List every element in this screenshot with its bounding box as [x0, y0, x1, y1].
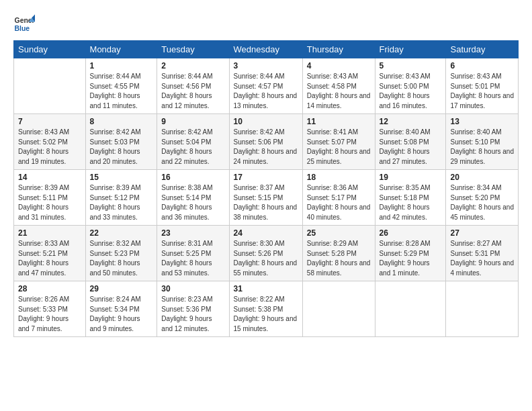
day-number: 13	[450, 117, 514, 126]
weekday-header-monday: Monday	[85, 41, 157, 58]
day-info: Sunrise: 8:43 AM Sunset: 5:00 PM Dayligh…	[380, 72, 442, 111]
day-cell: 18Sunrise: 8:36 AM Sunset: 5:17 PM Dayli…	[302, 170, 375, 226]
day-info: Sunrise: 8:23 AM Sunset: 5:36 PM Dayligh…	[161, 295, 224, 334]
day-cell	[302, 281, 375, 337]
day-number: 20	[450, 173, 514, 182]
day-cell	[446, 281, 519, 337]
day-info: Sunrise: 8:24 AM Sunset: 5:34 PM Dayligh…	[90, 295, 153, 334]
logo: General Blue	[13, 13, 35, 35]
day-cell: 27Sunrise: 8:27 AM Sunset: 5:31 PM Dayli…	[446, 226, 519, 281]
day-number: 27	[450, 228, 514, 238]
day-number: 3	[234, 61, 298, 71]
day-info: Sunrise: 8:44 AM Sunset: 4:56 PM Dayligh…	[161, 72, 224, 111]
day-cell: 28Sunrise: 8:26 AM Sunset: 5:33 PM Dayli…	[14, 281, 86, 337]
day-cell: 10Sunrise: 8:42 AM Sunset: 5:06 PM Dayli…	[229, 114, 302, 170]
weekday-header-thursday: Thursday	[302, 41, 375, 58]
calendar: SundayMondayTuesdayWednesdayThursdayFrid…	[13, 40, 519, 337]
day-info: Sunrise: 8:28 AM Sunset: 5:29 PM Dayligh…	[380, 239, 442, 278]
day-info: Sunrise: 8:26 AM Sunset: 5:33 PM Dayligh…	[18, 295, 81, 334]
day-info: Sunrise: 8:30 AM Sunset: 5:26 PM Dayligh…	[234, 239, 298, 278]
day-number: 12	[380, 117, 442, 126]
day-cell: 12Sunrise: 8:40 AM Sunset: 5:08 PM Dayli…	[375, 114, 446, 170]
day-number: 15	[90, 173, 153, 182]
day-cell: 30Sunrise: 8:23 AM Sunset: 5:36 PM Dayli…	[157, 281, 229, 337]
day-cell: 8Sunrise: 8:42 AM Sunset: 5:03 PM Daylig…	[85, 114, 157, 170]
day-cell: 31Sunrise: 8:22 AM Sunset: 5:38 PM Dayli…	[229, 281, 302, 337]
day-number: 21	[18, 228, 81, 238]
week-row-1: 1Sunrise: 8:44 AM Sunset: 4:55 PM Daylig…	[14, 58, 519, 114]
day-number: 18	[307, 173, 371, 182]
weekday-header-friday: Friday	[375, 41, 446, 58]
week-row-2: 7Sunrise: 8:43 AM Sunset: 5:02 PM Daylig…	[14, 114, 519, 170]
day-number: 19	[380, 173, 442, 182]
day-info: Sunrise: 8:44 AM Sunset: 4:55 PM Dayligh…	[90, 72, 153, 111]
day-info: Sunrise: 8:39 AM Sunset: 5:12 PM Dayligh…	[90, 183, 153, 222]
day-number: 28	[18, 284, 81, 293]
day-cell: 7Sunrise: 8:43 AM Sunset: 5:02 PM Daylig…	[14, 114, 86, 170]
day-number: 24	[234, 228, 298, 238]
day-number: 1	[90, 61, 153, 71]
day-number: 11	[307, 117, 371, 126]
day-number: 6	[450, 61, 514, 71]
day-number: 10	[234, 117, 298, 126]
day-cell: 13Sunrise: 8:40 AM Sunset: 5:10 PM Dayli…	[446, 114, 519, 170]
day-number: 17	[234, 173, 298, 182]
day-info: Sunrise: 8:35 AM Sunset: 5:18 PM Dayligh…	[380, 183, 442, 222]
day-cell: 4Sunrise: 8:43 AM Sunset: 4:58 PM Daylig…	[302, 58, 375, 114]
day-info: Sunrise: 8:36 AM Sunset: 5:17 PM Dayligh…	[307, 183, 371, 222]
weekday-header-tuesday: Tuesday	[157, 41, 229, 58]
day-info: Sunrise: 8:43 AM Sunset: 5:02 PM Dayligh…	[18, 128, 81, 167]
day-info: Sunrise: 8:37 AM Sunset: 5:15 PM Dayligh…	[234, 183, 298, 222]
day-number: 2	[161, 61, 224, 71]
day-info: Sunrise: 8:27 AM Sunset: 5:31 PM Dayligh…	[450, 239, 514, 278]
day-info: Sunrise: 8:44 AM Sunset: 4:57 PM Dayligh…	[234, 72, 298, 111]
day-number: 22	[90, 228, 153, 238]
day-number: 25	[307, 228, 371, 238]
day-info: Sunrise: 8:42 AM Sunset: 5:03 PM Dayligh…	[90, 128, 153, 167]
day-info: Sunrise: 8:29 AM Sunset: 5:28 PM Dayligh…	[307, 239, 371, 278]
week-row-5: 28Sunrise: 8:26 AM Sunset: 5:33 PM Dayli…	[14, 281, 519, 337]
day-info: Sunrise: 8:33 AM Sunset: 5:21 PM Dayligh…	[18, 239, 81, 278]
day-info: Sunrise: 8:39 AM Sunset: 5:11 PM Dayligh…	[18, 183, 81, 222]
day-info: Sunrise: 8:42 AM Sunset: 5:06 PM Dayligh…	[234, 128, 298, 167]
weekday-header-saturday: Saturday	[446, 41, 519, 58]
day-cell: 3Sunrise: 8:44 AM Sunset: 4:57 PM Daylig…	[229, 58, 302, 114]
day-info: Sunrise: 8:32 AM Sunset: 5:23 PM Dayligh…	[90, 239, 153, 278]
day-number: 31	[234, 284, 298, 293]
day-cell: 17Sunrise: 8:37 AM Sunset: 5:15 PM Dayli…	[229, 170, 302, 226]
day-info: Sunrise: 8:40 AM Sunset: 5:10 PM Dayligh…	[450, 128, 514, 167]
day-cell: 2Sunrise: 8:44 AM Sunset: 4:56 PM Daylig…	[157, 58, 229, 114]
day-cell: 21Sunrise: 8:33 AM Sunset: 5:21 PM Dayli…	[14, 226, 86, 281]
week-row-3: 14Sunrise: 8:39 AM Sunset: 5:11 PM Dayli…	[14, 170, 519, 226]
day-cell: 5Sunrise: 8:43 AM Sunset: 5:00 PM Daylig…	[375, 58, 446, 114]
day-cell: 25Sunrise: 8:29 AM Sunset: 5:28 PM Dayli…	[302, 226, 375, 281]
day-cell: 14Sunrise: 8:39 AM Sunset: 5:11 PM Dayli…	[14, 170, 86, 226]
weekday-header-sunday: Sunday	[14, 41, 86, 58]
day-cell	[14, 58, 86, 114]
day-info: Sunrise: 8:34 AM Sunset: 5:20 PM Dayligh…	[450, 183, 514, 222]
day-cell: 15Sunrise: 8:39 AM Sunset: 5:12 PM Dayli…	[85, 170, 157, 226]
day-info: Sunrise: 8:43 AM Sunset: 4:58 PM Dayligh…	[307, 72, 371, 111]
day-number: 16	[161, 173, 224, 182]
day-cell: 16Sunrise: 8:38 AM Sunset: 5:14 PM Dayli…	[157, 170, 229, 226]
day-cell: 22Sunrise: 8:32 AM Sunset: 5:23 PM Dayli…	[85, 226, 157, 281]
day-info: Sunrise: 8:41 AM Sunset: 5:07 PM Dayligh…	[307, 128, 371, 167]
day-number: 23	[161, 228, 224, 238]
week-row-4: 21Sunrise: 8:33 AM Sunset: 5:21 PM Dayli…	[14, 226, 519, 281]
day-number: 29	[90, 284, 153, 293]
day-info: Sunrise: 8:31 AM Sunset: 5:25 PM Dayligh…	[161, 239, 224, 278]
day-cell: 24Sunrise: 8:30 AM Sunset: 5:26 PM Dayli…	[229, 226, 302, 281]
day-number: 14	[18, 173, 81, 182]
day-cell: 23Sunrise: 8:31 AM Sunset: 5:25 PM Dayli…	[157, 226, 229, 281]
day-number: 30	[161, 284, 224, 293]
day-cell: 29Sunrise: 8:24 AM Sunset: 5:34 PM Dayli…	[85, 281, 157, 337]
day-number: 26	[380, 228, 442, 238]
day-number: 7	[18, 117, 81, 126]
day-info: Sunrise: 8:40 AM Sunset: 5:08 PM Dayligh…	[380, 128, 442, 167]
day-info: Sunrise: 8:43 AM Sunset: 5:01 PM Dayligh…	[450, 72, 514, 111]
day-cell	[375, 281, 446, 337]
day-info: Sunrise: 8:42 AM Sunset: 5:04 PM Dayligh…	[161, 128, 224, 167]
day-cell: 11Sunrise: 8:41 AM Sunset: 5:07 PM Dayli…	[302, 114, 375, 170]
day-cell: 19Sunrise: 8:35 AM Sunset: 5:18 PM Dayli…	[375, 170, 446, 226]
weekday-header-wednesday: Wednesday	[229, 41, 302, 58]
